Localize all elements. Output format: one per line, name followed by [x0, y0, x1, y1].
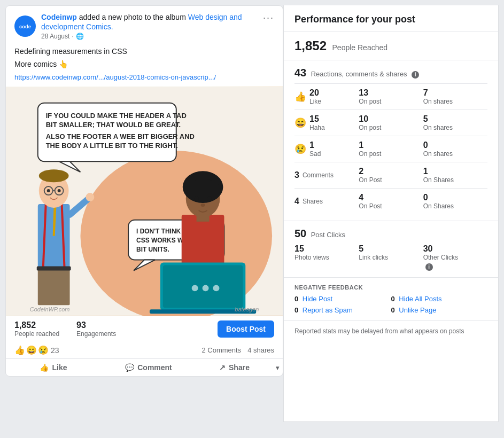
report-spam-item: 0 Report as Spam: [294, 306, 391, 314]
negative-feedback-title: NEGATIVE FEEDBACK: [294, 284, 487, 291]
svg-text:BIT SMALLER; THAT WOULD BE GRE: BIT SMALLER; THAT WOULD BE GREAT.: [46, 121, 181, 129]
post-date: 28 August · 🌐: [41, 33, 274, 40]
comments-count-lbl: Comments: [303, 171, 334, 179]
share-button[interactable]: ↗ Share: [196, 359, 273, 376]
photo-views-lbl: Photo views: [294, 254, 359, 261]
post-more-text: More comics 👆: [14, 59, 274, 70]
post-header: code Codeinwp added a new photo to the a…: [6, 6, 283, 44]
author-link[interactable]: Codeinwp: [41, 13, 77, 21]
svg-point-40: [192, 285, 198, 292]
post-title: Redefining measurements in CSS: [14, 46, 274, 57]
like-lbl: Like: [309, 98, 321, 105]
svg-text:ALSO THE FOOTER A WEE BIT BIGG: ALSO THE FOOTER A WEE BIT BIGGER AND: [46, 133, 195, 141]
sad-on-shares-lbl: On shares: [423, 150, 487, 158]
svg-rect-37: [197, 214, 210, 222]
report-spam-link[interactable]: Report as Spam: [303, 306, 353, 314]
haha-on-shares-num: 5: [423, 114, 487, 124]
post-clicks-number: 50: [294, 228, 306, 239]
hide-all-posts-link[interactable]: Hide All Posts: [399, 295, 441, 303]
haha-on-post-cell: 10 On post: [359, 110, 423, 136]
reactions-number: 43: [294, 67, 306, 79]
haha-emoji: 😄: [26, 345, 37, 355]
shares-on-shares-num: 0: [423, 193, 487, 202]
comments-link[interactable]: 2 Comments: [201, 346, 241, 354]
like-button[interactable]: 👍 Like: [6, 359, 101, 376]
haha-lbl: Haha: [309, 124, 325, 131]
haha-on-shares-lbl: On shares: [423, 124, 487, 131]
svg-text:CodelnWP.com: CodelnWP.com: [30, 306, 70, 312]
footer-note: Reported stats may be delayed from what …: [294, 327, 464, 335]
photo-views-num: 15: [294, 244, 359, 254]
comments-on-shares-cell: 1 On Shares: [423, 162, 487, 188]
perf-people-reached-label: People Reached: [332, 43, 388, 52]
people-reached-label: People reached: [14, 330, 59, 338]
reactions-right: 2 Comments 4 shares: [201, 346, 274, 354]
post-link[interactable]: https://www.codeinwp.com/.../august-2018…: [14, 73, 216, 81]
sad-emoji: 😢: [38, 345, 49, 355]
shares-count-lbl: Shares: [303, 198, 323, 205]
svg-point-20: [39, 169, 69, 182]
sad-lbl: Sad: [309, 150, 321, 158]
people-reached-section: 1,852 People Reached: [284, 32, 498, 60]
negative-feedback-section: NEGATIVE FEEDBACK 0 Hide Post 0 Hide All…: [284, 278, 498, 321]
svg-point-27: [86, 193, 94, 201]
comments-on-shares-num: 1: [423, 167, 487, 176]
reactions-grid: 👍 20 Like 13 On post 7 On shares 😄: [294, 83, 487, 214]
post-clicks-section: 50 Post Clicks 15 Photo views 5 Link cli…: [284, 221, 498, 278]
reaction-emojis: 👍 😄 😢: [14, 345, 49, 355]
action-text: added a new photo to the album: [79, 13, 188, 21]
post-body: Redefining measurements in CSS More comi…: [6, 44, 283, 87]
svg-point-41: [203, 285, 209, 292]
svg-text:THE BODY A LITTLE BIT TO THE R: THE BODY A LITTLE BIT TO THE RIGHT.: [46, 142, 178, 150]
avatar: code: [14, 15, 36, 37]
performance-footer: Reported stats may be delayed from what …: [284, 321, 498, 341]
link-clicks-num: 5: [359, 244, 423, 254]
performance-panel: Performance for your post 1,852 People R…: [283, 5, 499, 422]
share-label: Share: [229, 363, 250, 372]
performance-title: Performance for your post: [284, 5, 498, 32]
haha-num: 15: [309, 114, 325, 124]
unlike-page-link[interactable]: Unlike Page: [399, 306, 436, 314]
svg-point-42: [213, 285, 220, 292]
hide-post-item: 0 Hide Post: [294, 295, 391, 303]
svg-rect-30: [182, 215, 224, 268]
like-num: 20: [309, 88, 321, 98]
reactions-bar: 👍 😄 😢 23 2 Comments 4 shares: [6, 342, 283, 358]
other-clicks-info-icon[interactable]: i: [425, 263, 433, 271]
perf-people-reached-number: 1,852: [294, 38, 327, 53]
hide-all-posts-num: 0: [391, 295, 395, 303]
comment-button[interactable]: 💬 Comment: [101, 359, 196, 376]
globe-icon: ·: [72, 33, 73, 40]
comments-count-num: 3: [294, 170, 299, 180]
sad-on-shares-cell: 0 On shares: [423, 136, 487, 162]
svg-text:IF YOU COULD MAKE THE HEADER A: IF YOU COULD MAKE THE HEADER A TAD: [46, 112, 187, 120]
haha-cell: 😄 15 Haha: [294, 110, 359, 136]
reaction-count[interactable]: 23: [51, 346, 59, 355]
like-on-post-num: 13: [359, 88, 423, 98]
stats-left: 1,852 People reached 93 Engagements: [14, 320, 116, 338]
share-dropdown-button[interactable]: ▾: [273, 359, 283, 376]
reactions-header: 43 Reactions, comments & shares i: [294, 67, 487, 79]
svg-point-34: [195, 196, 199, 201]
clicks-row: 15 Photo views 5 Link clicks 30 Other Cl…: [294, 244, 487, 271]
shares-link[interactable]: 4 shares: [247, 346, 274, 354]
photo-views-cell: 15 Photo views: [294, 244, 359, 271]
like-on-post-cell: 13 On post: [359, 83, 423, 110]
haha-on-shares-cell: 5 On shares: [423, 110, 487, 136]
comments-on-post-lbl: On Post: [359, 176, 423, 184]
reactions-info-icon[interactable]: i: [412, 71, 419, 79]
more-options-icon[interactable]: ···: [263, 12, 274, 24]
boost-post-button[interactable]: Boost Post: [218, 320, 274, 338]
engagements-number: 93: [76, 320, 116, 330]
people-reached-number: 1,852: [14, 320, 59, 330]
comments-on-post-cell: 2 On Post: [359, 162, 423, 188]
shares-count-cell: 4 Shares: [294, 188, 359, 214]
haha-on-post-lbl: On post: [359, 124, 423, 131]
post-clicks-label: Post Clicks: [311, 231, 345, 239]
svg-text:I DON'T THINK: I DON'T THINK: [136, 228, 181, 235]
like-on-shares-num: 7: [423, 88, 487, 98]
hide-post-link[interactable]: Hide Post: [303, 295, 332, 303]
svg-text:code: code: [19, 24, 31, 29]
svg-point-24: [47, 189, 50, 192]
share-icon: ↗: [219, 363, 226, 372]
